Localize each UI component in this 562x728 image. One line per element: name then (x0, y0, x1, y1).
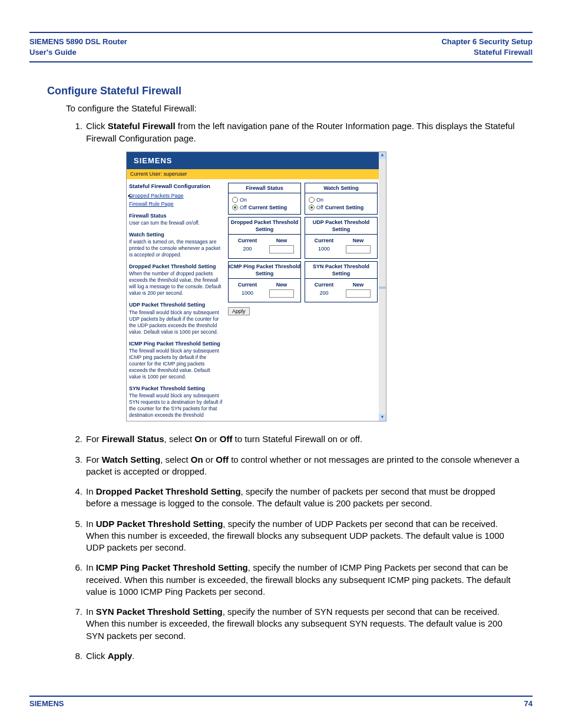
side-h-icmp: ICMP Ping Packet Threshold Setting (129, 340, 223, 347)
side-t-udp: The firewall would block any subsequent … (129, 309, 223, 335)
panel-dropped-threshold: Dropped Packet Threshold Setting Current… (228, 217, 301, 259)
panel-icmp-threshold: ICMP Ping Packet Threshold Setting Curre… (228, 261, 301, 303)
radio-watch-on[interactable] (309, 197, 315, 203)
step-8: Click Apply. (66, 650, 521, 662)
step-2: For Firewall Status, select On or Off to… (66, 433, 521, 445)
side-h-firewall: Firewall Status (129, 212, 223, 219)
brand-logo: SIEMENS (127, 152, 386, 170)
page-footer: SIEMENS 74 (29, 696, 533, 708)
scroll-down-icon[interactable]: ▼ (379, 414, 386, 421)
side-h-watch: Watch Setting (129, 231, 223, 238)
side-t-firewall: User can turn the firewall on/off. (129, 220, 223, 226)
syn-new-input[interactable] (346, 289, 371, 298)
drop-current: 200 (232, 245, 263, 252)
page-header: SIEMENS 5890 DSL Router User's Guide Cha… (29, 37, 533, 58)
current-user: Current User: superuser (127, 169, 386, 179)
panel-udp-threshold: UDP Packet Threshold Setting Current1000… (305, 217, 378, 259)
step-5: In UDP Packet Threshold Setting, specify… (66, 518, 521, 554)
side-h-syn: SYN Packet Threshold Setting (129, 385, 223, 392)
drop-new-input[interactable] (269, 245, 294, 253)
screenshot-stateful-firewall: ▲ ▼ SIEMENS Current User: superuser ↖ St… (126, 151, 386, 422)
side-t-drop: When the number of dropped packets excee… (129, 271, 223, 297)
side-h-udp: UDP Packet Threshold Setting (129, 301, 223, 308)
step-1: Click Stateful Firewall from the left na… (66, 120, 521, 421)
radio-watch-off[interactable] (309, 205, 315, 210)
link-firewall-rule[interactable]: Firewall Rule Page (129, 200, 223, 207)
header-right-line2: Stateful Firewall (441, 47, 533, 58)
step-7: In SYN Packet Threshold Setting, specify… (66, 606, 521, 642)
side-t-watch: If watch is turned on, the messages are … (129, 239, 223, 258)
header-left-line1: SIEMENS 5890 DSL Router (29, 37, 127, 47)
radio-fw-off[interactable] (232, 205, 238, 210)
panel-watch-setting: Watch Setting On Off Current Setting (305, 183, 378, 215)
side-pane: ↖ Stateful Firewall Configuration Droppe… (127, 179, 227, 421)
radio-fw-on[interactable] (232, 197, 238, 203)
syn-current: 200 (309, 289, 339, 297)
section-title: Configure Stateful Firewall (47, 85, 533, 97)
panel-syn-threshold: SYN Packet Threshold Setting Current200 … (305, 261, 378, 303)
header-right-line1: Chapter 6 Security Setup (441, 37, 533, 47)
scrollbar[interactable]: ▲ ▼ (379, 152, 386, 421)
link-dropped-packets[interactable]: Dropped Packets Page (129, 192, 223, 199)
scroll-up-icon[interactable]: ▲ (379, 152, 386, 159)
udp-new-input[interactable] (346, 245, 371, 253)
header-left-line2: User's Guide (29, 47, 127, 58)
step-3: For Watch Setting, select On or Off to c… (66, 454, 521, 478)
apply-button[interactable]: Apply (228, 307, 250, 315)
intro-text: To configure the Stateful Firewall: (66, 103, 533, 113)
side-title: Stateful Firewall Configuration (129, 183, 223, 190)
step-4: In Dropped Packet Threshold Setting, spe… (66, 486, 521, 510)
footer-brand: SIEMENS (29, 699, 64, 708)
icmp-current: 1000 (232, 289, 263, 297)
side-h-drop: Dropped Packet Threshold Setting (129, 263, 223, 270)
side-t-syn: The firewall would block any subsequent … (129, 393, 223, 419)
udp-current: 1000 (309, 245, 339, 252)
side-t-icmp: The firewall would block any subsequent … (129, 348, 223, 380)
step-6: In ICMP Ping Packet Threshold Setting, s… (66, 562, 521, 598)
footer-page: 74 (524, 699, 533, 708)
icmp-new-input[interactable] (269, 289, 294, 298)
config-area: Firewall Status On Off Current Setting W… (227, 179, 386, 421)
panel-firewall-status: Firewall Status On Off Current Setting (228, 183, 301, 215)
